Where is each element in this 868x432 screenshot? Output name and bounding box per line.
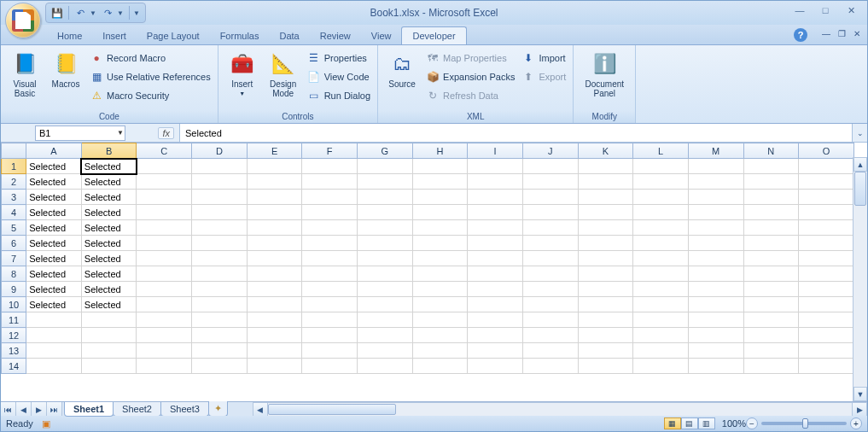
cell-B2[interactable]: Selected [81, 174, 137, 190]
cell-J10[interactable] [522, 297, 578, 312]
cell-O7[interactable] [799, 251, 854, 266]
cell-L8[interactable] [633, 266, 689, 282]
row-header-14[interactable]: 14 [2, 359, 26, 374]
redo-icon[interactable]: ↷ [100, 5, 115, 20]
design-mode-button[interactable]: 📐 Design Mode [265, 49, 302, 100]
cell-I13[interactable] [468, 343, 523, 359]
cell-E5[interactable] [247, 220, 302, 236]
close-button[interactable]: ✕ [838, 3, 864, 18]
cell-L5[interactable] [633, 220, 689, 236]
col-header-H[interactable]: H [412, 143, 468, 159]
cell-K4[interactable] [578, 205, 633, 220]
vertical-scrollbar[interactable]: ▲ ▼ [853, 157, 867, 401]
zoom-thumb[interactable] [802, 418, 808, 429]
wb-close[interactable]: ✕ [852, 29, 862, 38]
scroll-down-icon[interactable]: ▼ [853, 387, 867, 401]
cell-H4[interactable] [412, 205, 468, 220]
cell-C5[interactable] [137, 220, 192, 236]
cell-F5[interactable] [302, 220, 358, 236]
cell-C2[interactable] [137, 174, 192, 190]
cell-C1[interactable] [137, 159, 192, 174]
cell-A5[interactable]: Selected [26, 220, 82, 236]
maximize-button[interactable]: □ [813, 3, 838, 18]
cell-B8[interactable]: Selected [81, 266, 137, 282]
row-header-5[interactable]: 5 [2, 220, 26, 236]
cell-O5[interactable] [799, 220, 854, 236]
zoom-track[interactable] [761, 422, 847, 425]
col-header-L[interactable]: L [633, 143, 689, 159]
row-header-2[interactable]: 2 [2, 174, 26, 190]
cell-K10[interactable] [578, 297, 633, 312]
undo-icon[interactable]: ↶ [73, 5, 88, 20]
cell-N2[interactable] [743, 174, 799, 190]
cell-K2[interactable] [578, 174, 633, 190]
sheet-tab-Sheet3[interactable]: Sheet3 [160, 402, 209, 417]
cell-F3[interactable] [302, 190, 358, 205]
cell-C4[interactable] [137, 205, 192, 220]
document-panel-button[interactable]: ℹ️ Document Panel [579, 49, 630, 100]
cell-D4[interactable] [192, 205, 248, 220]
cell-E9[interactable] [247, 282, 302, 297]
cell-A1[interactable]: Selected [26, 159, 82, 174]
cell-I6[interactable] [468, 236, 523, 251]
cell-G8[interactable] [358, 266, 413, 282]
col-header-M[interactable]: M [688, 143, 743, 159]
cell-F10[interactable] [302, 297, 358, 312]
cell-F7[interactable] [302, 251, 358, 266]
cell-O4[interactable] [799, 205, 854, 220]
undo-dropdown[interactable]: ▼ [90, 9, 98, 17]
help-icon[interactable]: ? [794, 28, 807, 42]
cell-G9[interactable] [358, 282, 413, 297]
cell-E6[interactable] [247, 236, 302, 251]
cell-K1[interactable] [578, 159, 633, 174]
cell-D11[interactable] [192, 312, 248, 328]
cell-M10[interactable] [688, 297, 743, 312]
cell-A10[interactable]: Selected [26, 297, 82, 312]
cell-E8[interactable] [247, 266, 302, 282]
cell-E12[interactable] [247, 328, 302, 343]
cell-E2[interactable] [247, 174, 302, 190]
col-header-J[interactable]: J [522, 143, 578, 159]
cell-I7[interactable] [468, 251, 523, 266]
cell-L3[interactable] [633, 190, 689, 205]
cell-N9[interactable] [743, 282, 799, 297]
cell-C8[interactable] [137, 266, 192, 282]
cell-H5[interactable] [412, 220, 468, 236]
sheet-tab-Sheet2[interactable]: Sheet2 [113, 402, 161, 417]
cell-N11[interactable] [743, 312, 799, 328]
cell-L11[interactable] [633, 312, 689, 328]
cell-I9[interactable] [468, 282, 523, 297]
cell-I2[interactable] [468, 174, 523, 190]
view-normal[interactable]: ▦ [664, 417, 681, 429]
cell-N12[interactable] [743, 328, 799, 343]
cell-J2[interactable] [522, 174, 578, 190]
cell-L2[interactable] [633, 174, 689, 190]
zoom-in[interactable]: + [850, 417, 862, 429]
cell-C12[interactable] [137, 328, 192, 343]
cell-C11[interactable] [137, 312, 192, 328]
cell-A13[interactable] [26, 343, 82, 359]
zoom-out[interactable]: − [746, 417, 758, 429]
cell-L12[interactable] [633, 328, 689, 343]
cell-L7[interactable] [633, 251, 689, 266]
cell-O11[interactable] [799, 312, 854, 328]
view-page-layout[interactable]: ▤ [681, 417, 698, 429]
cell-C7[interactable] [137, 251, 192, 266]
tab-data[interactable]: Data [269, 27, 309, 44]
cell-O3[interactable] [799, 190, 854, 205]
cell-O12[interactable] [799, 328, 854, 343]
cell-C13[interactable] [137, 343, 192, 359]
cell-A8[interactable]: Selected [26, 266, 82, 282]
cell-J11[interactable] [522, 312, 578, 328]
cell-D3[interactable] [192, 190, 248, 205]
cell-G7[interactable] [358, 251, 413, 266]
cell-H6[interactable] [412, 236, 468, 251]
cell-C9[interactable] [137, 282, 192, 297]
cell-G11[interactable] [358, 312, 413, 328]
cell-N13[interactable] [743, 343, 799, 359]
cell-K11[interactable] [578, 312, 633, 328]
cell-H14[interactable] [412, 359, 468, 374]
cell-B6[interactable]: Selected [81, 236, 137, 251]
col-header-N[interactable]: N [743, 143, 799, 159]
cell-K3[interactable] [578, 190, 633, 205]
